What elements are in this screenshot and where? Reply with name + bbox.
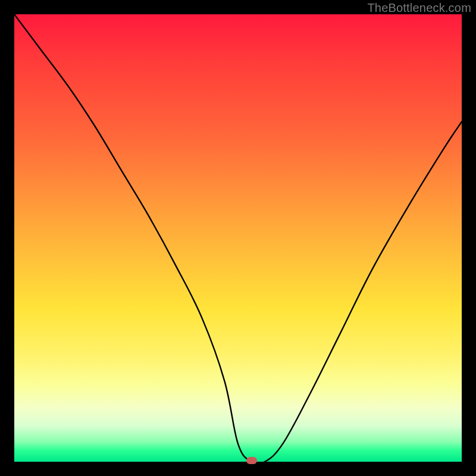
curve-path — [14, 14, 462, 462]
optimal-marker — [246, 457, 257, 464]
watermark-text: TheBottleneck.com — [367, 1, 471, 15]
chart-frame: TheBottleneck.com — [0, 0, 476, 476]
plot-area — [14, 14, 462, 462]
bottleneck-curve — [14, 14, 462, 462]
